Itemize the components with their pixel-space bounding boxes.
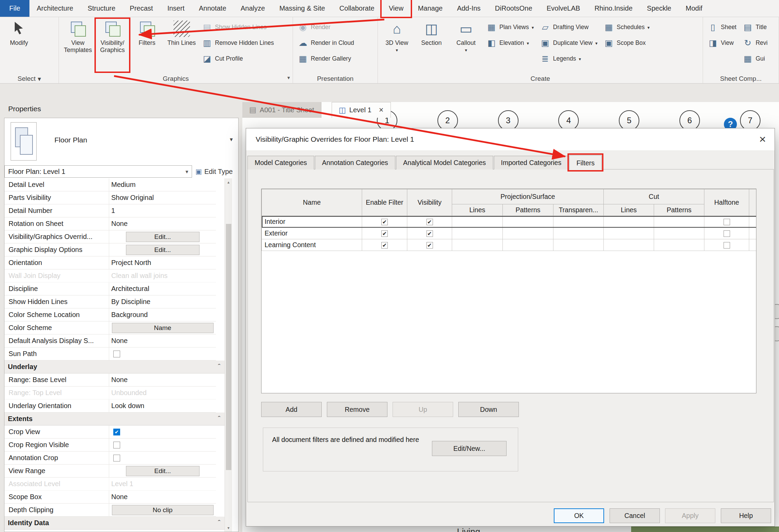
visibility-cell[interactable]: ✔ [407, 239, 452, 251]
ribbon-button-view[interactable]: ◨View [706, 36, 739, 50]
ribbon-button-plan-views[interactable]: ▦Plan Views ▾ [484, 20, 536, 34]
ribbon-panel-label-select[interactable]: Select▾ [0, 74, 59, 83]
visibility-cell[interactable]: ✔ [407, 228, 452, 239]
menu-tab-view[interactable]: View [382, 0, 411, 17]
override-cell[interactable] [503, 228, 553, 239]
menu-tab-analyze[interactable]: Analyze [233, 0, 272, 17]
annotation-crop-checkbox[interactable] [113, 455, 120, 461]
color-scheme-button[interactable]: Name [112, 323, 214, 333]
ribbon-button-visibility-graphics[interactable]: Visibility/ Graphics [96, 19, 129, 71]
override-cell[interactable] [553, 216, 604, 228]
ribbon-button-duplicate-view[interactable]: ▣Duplicate View ▾ [538, 36, 600, 50]
visibility-cell[interactable]: ✔ [407, 216, 452, 228]
override-cell[interactable] [452, 216, 503, 228]
menu-tab-precast[interactable]: Precast [123, 0, 160, 17]
close-tab-icon[interactable]: × [379, 105, 383, 115]
visibility-checkbox[interactable]: ✔ [426, 242, 433, 249]
ribbon-button-scope-box[interactable]: ▣Scope Box [602, 36, 652, 50]
ribbon-button-render-gallery[interactable]: ▦Render Gallery [296, 51, 356, 66]
enable-filter-cell[interactable]: ✔ [362, 228, 407, 239]
filter-name[interactable]: Interior [262, 216, 362, 228]
cancel-button[interactable]: Cancel [610, 508, 660, 523]
crop-view-checkbox[interactable]: ✔ [113, 429, 120, 435]
menu-tab-annotate[interactable]: Annotate [192, 0, 233, 17]
filter-row-interior[interactable]: Interior✔✔ [262, 216, 757, 228]
menu-tab-file[interactable]: File [0, 0, 29, 17]
override-cell[interactable] [503, 216, 553, 228]
scroll-down-icon[interactable] [225, 524, 232, 532]
ribbon-button-sheet[interactable]: ▯Sheet [706, 20, 739, 34]
ribbon-button-thin-lines[interactable]: Thin Lines [165, 19, 198, 71]
override-cell[interactable] [604, 228, 654, 239]
ribbon-button-gui[interactable]: ▦Gui [741, 51, 770, 66]
override-cell[interactable] [553, 228, 604, 239]
dialog-tab-annotation-categories[interactable]: Annotation Categories [315, 156, 395, 169]
depth-clipping-button[interactable]: No clip [112, 505, 214, 515]
ribbon-button-legends[interactable]: ≣Legends ▾ [538, 51, 600, 66]
halftone-cell[interactable] [704, 216, 749, 228]
menu-tab-dirootsone[interactable]: DiRootsOne [488, 0, 539, 17]
crop-region-visible-checkbox[interactable] [113, 442, 120, 448]
halftone-checkbox[interactable] [724, 219, 730, 225]
halftone-cell[interactable] [704, 239, 749, 251]
menu-tab-insert[interactable]: Insert [160, 0, 192, 17]
scroll-up-icon[interactable] [225, 178, 232, 186]
help-button[interactable]: Help [721, 508, 771, 523]
ribbon-button-cut-profile[interactable]: ◪Cut Profile [200, 51, 276, 66]
dialog-tab-analytical-model-categories[interactable]: Analytical Model Categories [396, 156, 493, 169]
ribbon-button-filters[interactable]: Filters [131, 19, 163, 71]
type-chevron-down-icon[interactable] [230, 136, 233, 143]
enable-filter-cell[interactable]: ✔ [362, 216, 407, 228]
view-range-button[interactable]: Edit... [126, 466, 200, 476]
override-cell[interactable] [654, 216, 704, 228]
dialog-tab-imported-categories[interactable]: Imported Categories [494, 156, 569, 169]
halftone-checkbox[interactable] [724, 242, 730, 249]
type-selector[interactable]: Floor Plan: Level 1 [4, 165, 192, 178]
override-cell[interactable] [452, 239, 503, 251]
properties-scrollbar[interactable] [225, 178, 232, 532]
ribbon-button-view-templates[interactable]: View Templates [62, 19, 94, 71]
menu-tab-rhino-inside[interactable]: Rhino.Inside [587, 0, 640, 17]
halftone-cell[interactable] [704, 228, 749, 239]
ok-button[interactable]: OK [554, 508, 604, 523]
ribbon-button-title[interactable]: ▤Title [741, 20, 770, 34]
override-cell[interactable] [604, 239, 654, 251]
override-cell[interactable] [654, 228, 704, 239]
filter-name[interactable]: Exterior [262, 228, 362, 239]
halftone-checkbox[interactable] [724, 230, 730, 237]
add-button[interactable]: Add [261, 402, 322, 417]
edit-type-button[interactable]: Edit Type [195, 165, 233, 178]
override-cell[interactable] [452, 228, 503, 239]
ribbon-button-schedules[interactable]: ▦Schedules ▾ [602, 20, 652, 34]
ribbon-button-drafting-view[interactable]: ▱Drafting View [538, 20, 600, 34]
menu-tab-manage[interactable]: Manage [411, 0, 450, 17]
dialog-close-icon[interactable] [753, 130, 772, 148]
menu-tab-speckle[interactable]: Speckle [640, 0, 678, 17]
panel-expander-icon[interactable] [287, 75, 290, 81]
override-cell[interactable] [503, 239, 553, 251]
view-tab-level-1[interactable]: ◫Level 1× [332, 102, 391, 118]
filter-row-learning-content[interactable]: Learning Content✔✔ [262, 239, 757, 251]
menu-tab-evolvelab[interactable]: EvolveLAB [539, 0, 587, 17]
ribbon-button-modify[interactable]: Modify [3, 19, 35, 71]
dialog-tab-model-categories[interactable]: Model Categories [247, 156, 314, 169]
ribbon-button-section[interactable]: ◫Section [415, 19, 448, 71]
filter-row-exterior[interactable]: Exterior✔✔ [262, 228, 757, 239]
ribbon-button-render-in-cloud[interactable]: ☁Render in Cloud [296, 36, 356, 50]
enable-filter-cell[interactable]: ✔ [362, 239, 407, 251]
override-cell[interactable] [604, 216, 654, 228]
dialog-tab-filters[interactable]: Filters [569, 155, 602, 170]
ribbon-button-remove-hidden-lines[interactable]: ▥Remove Hidden Lines [200, 36, 276, 50]
ribbon-button-callout[interactable]: ▭Callout▾ [450, 19, 482, 71]
property-section-underlay[interactable]: Underlay [4, 360, 225, 373]
visibility-checkbox[interactable]: ✔ [426, 219, 433, 225]
visibility-graphics-overrid-button[interactable]: Edit... [126, 232, 200, 242]
filter-name[interactable]: Learning Content [262, 239, 362, 251]
property-section-extents[interactable]: Extents [4, 413, 225, 426]
menu-tab-structure[interactable]: Structure [80, 0, 123, 17]
remove-button[interactable]: Remove [327, 402, 387, 417]
menu-tab-massing-site[interactable]: Massing & Site [272, 0, 332, 17]
enable-filter-checkbox[interactable]: ✔ [381, 230, 388, 237]
ribbon-button-3d-view[interactable]: ⌂3D View▾ [381, 19, 413, 71]
down-button[interactable]: Down [458, 402, 519, 417]
